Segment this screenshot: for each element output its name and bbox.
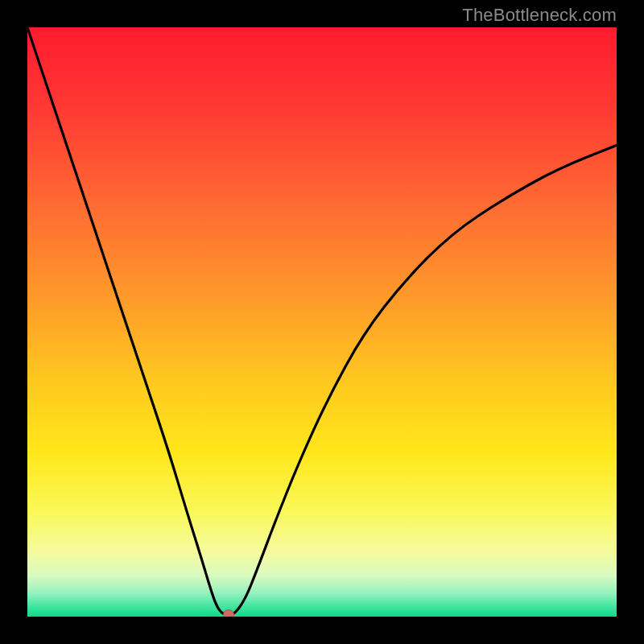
svg-rect-0 <box>27 27 617 617</box>
gradient-background <box>27 27 617 617</box>
watermark-text: TheBottleneck.com <box>462 5 617 26</box>
chart-container: TheBottleneck.com <box>0 0 644 644</box>
plot-area <box>27 27 617 617</box>
